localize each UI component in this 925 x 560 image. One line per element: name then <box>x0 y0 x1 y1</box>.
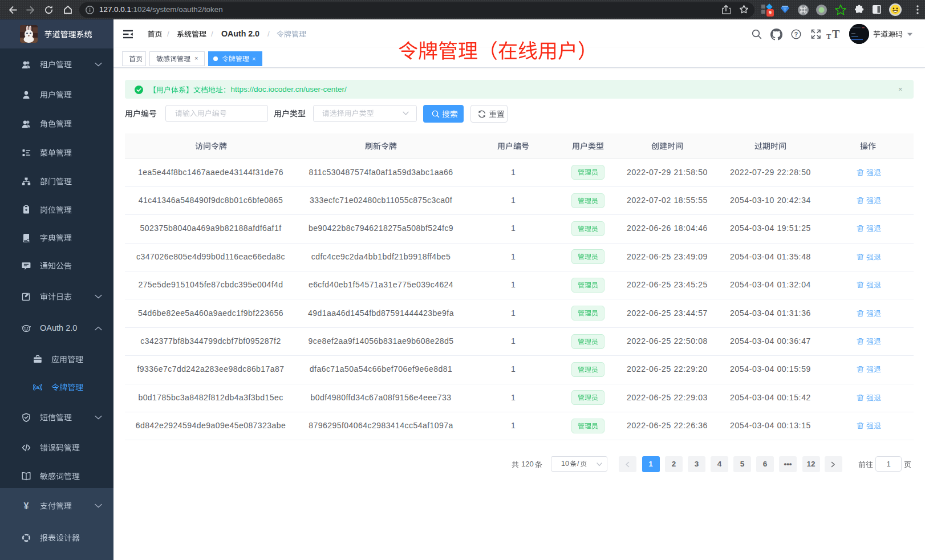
svg-text:¥: ¥ <box>24 501 29 510</box>
svg-text:a: a <box>36 384 39 390</box>
svg-text:?: ? <box>794 31 798 38</box>
